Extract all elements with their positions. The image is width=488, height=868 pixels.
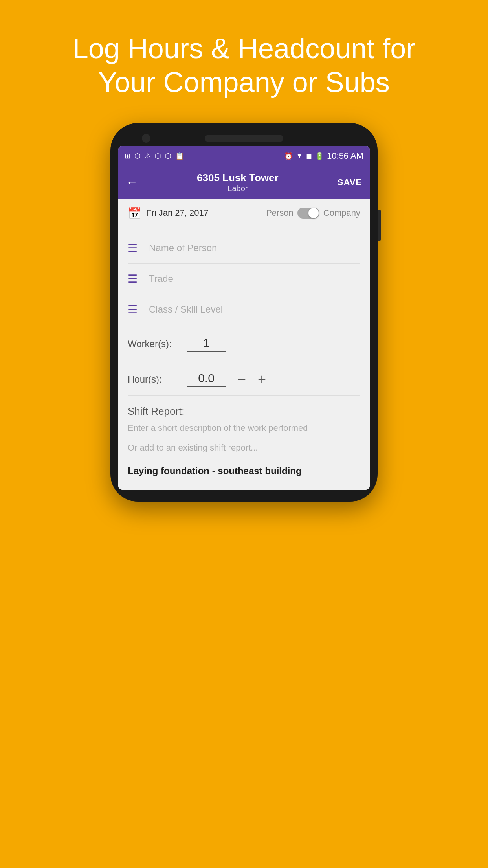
app-bar-title: 6305 Lusk Tower [138,172,338,184]
back-button[interactable]: ← [126,176,138,189]
workers-row: Worker(s): [128,325,360,360]
app-bar: ← 6305 Lusk Tower Labor SAVE [118,166,370,199]
phone-device: ⊞ ⬡ ⚠ ⬡ ⬡ 📋 ⏰ ▼ ◼ 🔋 10:56 AM ← 6305 Lusk… [110,123,378,502]
status-bar-left: ⊞ ⬡ ⚠ ⬡ ⬡ 📋 [125,152,184,160]
hours-row: Hour(s): − + [128,360,360,396]
status-bar: ⊞ ⬡ ⚠ ⬡ ⬡ 📋 ⏰ ▼ ◼ 🔋 10:56 AM [118,146,370,166]
list-icon-skill: ☰ [128,303,142,316]
status-bar-right: ⏰ ▼ ◼ 🔋 10:56 AM [284,151,363,161]
alarm-icon: ⏰ [284,152,293,160]
date-text: Fri Jan 27, 2017 [146,208,209,218]
toggle-section[interactable]: Person Company [266,208,360,219]
app-bar-subtitle: Labor [138,184,338,193]
status-icon-hex2: ⬡ [155,152,161,160]
date-section[interactable]: 📅 Fri Jan 27, 2017 [128,207,209,220]
save-button[interactable]: SAVE [338,177,362,188]
status-icon-hex3: ⬡ [165,152,171,160]
shift-report-input[interactable] [128,423,360,436]
hours-label: Hour(s): [128,374,179,385]
form-content: 📅 Fri Jan 27, 2017 Person Company ☰ Name… [118,199,370,490]
toggle-right-label: Company [323,208,360,218]
status-icon-image: ⊞ [125,152,130,160]
status-icon-hex1: ⬡ [134,152,141,160]
list-icon-trade: ☰ [128,272,142,285]
hours-input[interactable] [187,371,226,387]
shift-existing-item[interactable]: Laying foundation - southeast building [128,460,360,482]
skill-field-row[interactable]: ☰ Class / Skill Level [128,294,360,325]
signal-icon: ◼ [306,152,312,160]
page-headline: Log Hours & Headcount for Your Company o… [41,31,447,99]
skill-placeholder: Class / Skill Level [149,304,223,315]
trade-placeholder: Trade [149,273,173,284]
date-toggle-row: 📅 Fri Jan 27, 2017 Person Company [128,207,360,224]
shift-existing-hint: Or add to an existing shift report... [128,443,360,453]
workers-label: Worker(s): [128,338,179,349]
person-company-toggle[interactable] [297,208,319,219]
name-field-row[interactable]: ☰ Name of Person [128,233,360,264]
shift-report-label: Shift Report: [128,405,360,417]
workers-input[interactable] [187,336,226,352]
toggle-thumb [308,208,319,218]
status-icon-clipboard: 📋 [175,152,184,160]
name-placeholder: Name of Person [149,243,217,254]
toggle-left-label: Person [266,208,294,218]
phone-side-button [378,210,381,241]
hours-increment-button[interactable]: + [258,371,266,388]
list-icon-name: ☰ [128,242,142,255]
hours-decrement-button[interactable]: − [238,371,246,388]
app-bar-title-block: 6305 Lusk Tower Labor [138,172,338,193]
hours-controls: − + [238,371,266,388]
calendar-icon: 📅 [128,207,141,220]
wifi-icon: ▼ [296,152,303,160]
trade-field-row[interactable]: ☰ Trade [128,264,360,294]
status-time: 10:56 AM [327,151,363,161]
phone-camera [142,134,150,143]
status-icon-warning: ⚠ [145,152,151,160]
phone-top [118,135,370,142]
phone-speaker [205,135,283,142]
phone-screen: ⊞ ⬡ ⚠ ⬡ ⬡ 📋 ⏰ ▼ ◼ 🔋 10:56 AM ← 6305 Lusk… [118,146,370,490]
battery-icon: 🔋 [315,152,324,160]
